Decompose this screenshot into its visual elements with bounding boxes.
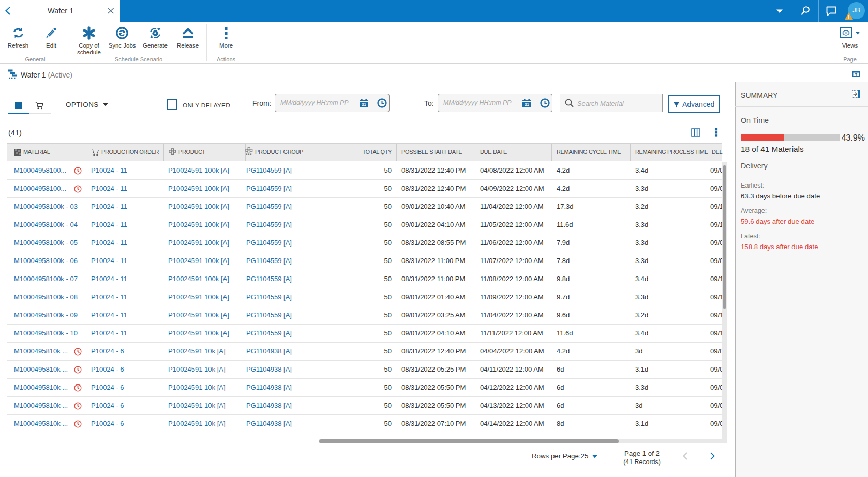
- svg-text:31: 31: [525, 102, 529, 107]
- svg-text:31: 31: [362, 102, 366, 107]
